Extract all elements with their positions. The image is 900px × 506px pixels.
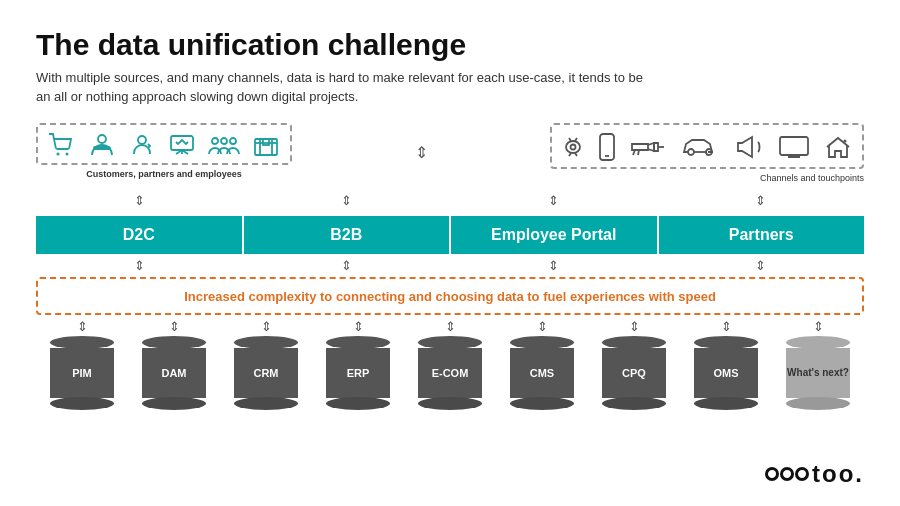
db-label-dam: DAM	[161, 367, 186, 379]
svg-point-6	[212, 138, 218, 144]
cart-icon	[48, 133, 76, 157]
db-label-ecom: E-COM	[432, 367, 469, 379]
db-arrow-erp: ⇕	[353, 319, 364, 334]
phone-icon	[598, 133, 616, 161]
teal-bar-employee: Employee Portal	[451, 216, 659, 254]
drill-icon	[630, 135, 666, 159]
db-label-pim: PIM	[72, 367, 92, 379]
company-logo: too.	[765, 458, 864, 488]
db-label-erp: ERP	[347, 367, 370, 379]
svg-point-2	[98, 135, 106, 143]
database-row: ⇕ PIM ⇕ DAM ⇕	[36, 319, 864, 410]
db-arrow-ecom: ⇕	[445, 319, 456, 334]
teal-bar-partners: Partners	[659, 216, 865, 254]
orange-complexity-box: Increased complexity to connecting and c…	[36, 277, 864, 315]
db-label-oms: OMS	[713, 367, 738, 379]
orange-text: Increased complexity to connecting and c…	[184, 289, 716, 304]
db-arrow-pim: ⇕	[77, 319, 88, 334]
db-arrow-oms: ⇕	[721, 319, 732, 334]
left-icons-label: Customers, partners and employees	[36, 169, 292, 179]
arrow-cell-4: ⇕	[657, 191, 864, 210]
teal-bar-d2c: D2C	[36, 216, 244, 254]
svg-point-4	[138, 136, 146, 144]
db-item-dam: ⇕ DAM	[128, 319, 220, 410]
svg-point-12	[571, 144, 576, 149]
svg-point-14	[688, 149, 694, 155]
teal-bar-b2b: B2B	[244, 216, 452, 254]
middle-arrows-row: ⇕ ⇕ ⇕ ⇕	[36, 256, 864, 275]
svg-point-0	[57, 152, 60, 155]
db-arrow-next: ⇕	[813, 319, 824, 334]
page-container: The data unification challenge With mult…	[0, 0, 900, 506]
svg-point-8	[230, 138, 236, 144]
between-arrow: ⇕	[292, 123, 550, 162]
icons-section: Customers, partners and employees ⇕	[36, 123, 864, 183]
building-icon	[252, 133, 280, 157]
db-label-crm: CRM	[253, 367, 278, 379]
car-icon	[680, 135, 720, 159]
mid-arrow-1: ⇕	[36, 256, 243, 275]
left-icons-container: Customers, partners and employees	[36, 123, 292, 179]
db-item-oms: ⇕ OMS	[680, 319, 772, 410]
house-icon	[824, 135, 852, 159]
arrow-cell-3: ⇕	[450, 191, 657, 210]
page-subtitle: With multiple sources, and many channels…	[36, 69, 656, 107]
mid-arrow-3: ⇕	[450, 256, 657, 275]
db-item-cpq: ⇕ CPQ	[588, 319, 680, 410]
db-arrow-crm: ⇕	[261, 319, 272, 334]
person-desk-icon	[88, 133, 116, 157]
top-arrows-row: ⇕ ⇕ ⇕ ⇕	[36, 191, 864, 210]
svg-point-1	[66, 152, 69, 155]
db-item-crm: ⇕ CRM	[220, 319, 312, 410]
mid-arrow-4: ⇕	[657, 256, 864, 275]
svg-point-7	[221, 138, 227, 144]
svg-rect-11	[566, 141, 580, 153]
db-label-cms: CMS	[530, 367, 554, 379]
page-title: The data unification challenge	[36, 28, 864, 61]
person-icon	[128, 133, 156, 157]
svg-rect-9	[255, 139, 277, 155]
db-item-cms: ⇕ CMS	[496, 319, 588, 410]
arrow-cell-1: ⇕	[36, 191, 243, 210]
db-item-pim: ⇕ PIM	[36, 319, 128, 410]
db-item-next: ⇕ What's next?	[772, 319, 864, 410]
monitor-icon	[778, 135, 810, 159]
svg-rect-3	[94, 147, 110, 149]
svg-rect-5	[171, 136, 193, 150]
db-item-ecom: ⇕ E-COM	[404, 319, 496, 410]
db-arrow-cpq: ⇕	[629, 319, 640, 334]
left-icons-box	[36, 123, 292, 165]
right-icons-label: Channels and touchpoints	[550, 173, 864, 183]
svg-point-17	[844, 139, 847, 142]
megaphone-icon	[734, 135, 764, 159]
watch-icon	[562, 135, 584, 159]
logo-text: too.	[765, 458, 864, 485]
teal-bars-row: D2C B2B Employee Portal Partners	[36, 216, 864, 254]
group-icon	[208, 133, 240, 157]
db-arrow-dam: ⇕	[169, 319, 180, 334]
arrow-cell-2: ⇕	[243, 191, 450, 210]
svg-rect-16	[780, 137, 808, 155]
presentation-icon	[168, 133, 196, 157]
db-label-cpq: CPQ	[622, 367, 646, 379]
right-icons-box	[550, 123, 864, 169]
db-arrow-cms: ⇕	[537, 319, 548, 334]
db-item-erp: ⇕ ERP	[312, 319, 404, 410]
mid-arrow-2: ⇕	[243, 256, 450, 275]
right-icons-container: Channels and touchpoints	[550, 123, 864, 183]
db-label-next: What's next?	[787, 367, 849, 379]
svg-rect-10	[263, 139, 269, 145]
